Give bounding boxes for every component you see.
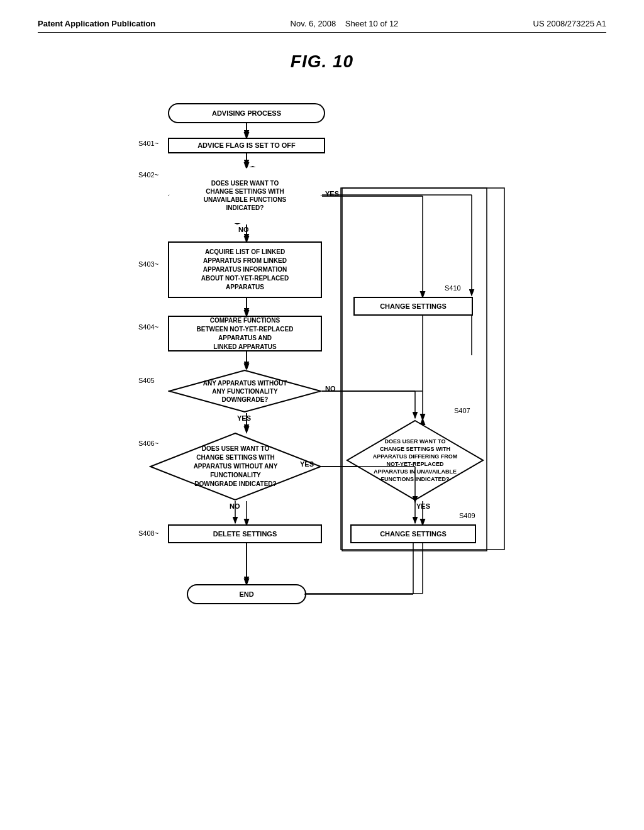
s408-node: DELETE SETTINGS bbox=[168, 524, 322, 543]
flowchart: ADVISING PROCESS S401~ ADVICE FLAG IS SE… bbox=[52, 91, 592, 782]
step-label-s410: S410 bbox=[445, 284, 461, 292]
s405-diamond: ANY APPARATUS WITHOUTANY FUNCTIONALITYDO… bbox=[168, 369, 322, 413]
step-label-s403: S403~ bbox=[138, 260, 158, 268]
s409-node: CHANGE SETTINGS bbox=[350, 524, 476, 543]
s402-diamond: DOES USER WANT TOCHANGE SETTINGS WITHUNA… bbox=[168, 166, 322, 224]
s406-diamond: DOES USER WANT TOCHANGE SETTINGS WITHAPP… bbox=[149, 432, 322, 501]
start-node: ADVISING PROCESS bbox=[168, 103, 325, 123]
step-label-s408: S408~ bbox=[138, 529, 158, 537]
header-right: US 2008/273225 A1 bbox=[533, 19, 606, 28]
s407-diamond: DOES USER WANT TOCHANGE SETTINGS WITHAPP… bbox=[346, 419, 484, 501]
s406-yes-label: YES bbox=[300, 460, 314, 468]
header-left: Patent Application Publication bbox=[38, 19, 155, 28]
step-label-s401: S401~ bbox=[138, 140, 158, 147]
page-header: Patent Application Publication Nov. 6, 2… bbox=[38, 19, 606, 33]
s405-yes-label: YES bbox=[237, 414, 251, 422]
s406-no-label: NO bbox=[230, 502, 240, 510]
step-label-s404: S404~ bbox=[138, 323, 158, 331]
s403-node: ACQUIRE LIST OF LINKEDAPPARATUS FROM LIN… bbox=[168, 241, 322, 298]
flowchart-svg bbox=[52, 91, 592, 782]
step-label-s405: S405 bbox=[138, 377, 155, 384]
page: Patent Application Publication Nov. 6, 2… bbox=[0, 0, 644, 830]
s404-node: COMPARE FUNCTIONSBETWEEN NOT-YET-REPLACE… bbox=[168, 316, 322, 351]
s410-node: CHANGE SETTINGS bbox=[353, 297, 473, 316]
s402-yes-label: YES bbox=[325, 190, 339, 197]
s402-no-label: NO bbox=[238, 226, 249, 233]
arrows-svg bbox=[52, 91, 592, 782]
step-label-s402: S402~ bbox=[138, 171, 158, 179]
step-label-s409: S409 bbox=[459, 512, 475, 519]
s401-node: ADVICE FLAG IS SET TO OFF bbox=[168, 138, 325, 153]
end-node: END bbox=[187, 584, 306, 604]
header-date: Nov. 6, 2008 Sheet 10 of 12 bbox=[291, 19, 399, 28]
figure-title: FIG. 10 bbox=[38, 52, 606, 72]
s407-yes-label: YES bbox=[416, 502, 430, 510]
step-label-s407: S407 bbox=[454, 407, 470, 414]
s405-no-label: NO bbox=[325, 385, 336, 392]
